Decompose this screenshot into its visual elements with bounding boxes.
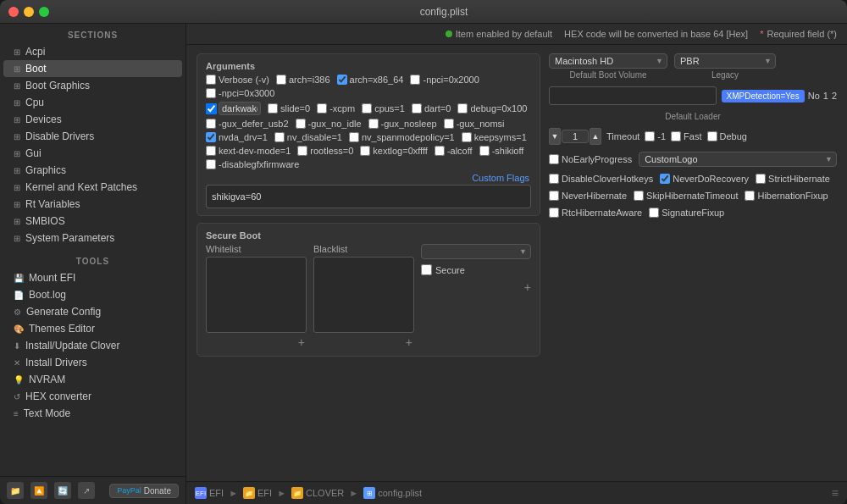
sidebar-item-cpu[interactable]: ⊞ Cpu xyxy=(3,94,182,111)
sidebar-item-disable-drivers[interactable]: ⊞ Disable Drivers xyxy=(3,128,182,145)
minimize-button[interactable] xyxy=(24,7,34,17)
sidebar-item-gui[interactable]: ⊞ Gui xyxy=(3,145,182,162)
tools-header: TOOLS xyxy=(0,250,185,269)
fast-checkbox[interactable] xyxy=(671,131,681,141)
timeout-decrement-btn[interactable]: ▼ xyxy=(549,128,561,145)
sidebar-item-rt-variables[interactable]: ⊞ Rt Variables xyxy=(3,196,182,213)
gux-defer-arg: -gux_defer_usb2 xyxy=(206,119,289,129)
breadcrumb-sep-1: ► xyxy=(229,488,238,498)
slide-checkbox[interactable] xyxy=(268,103,278,114)
custom-flags-input[interactable] xyxy=(206,185,531,208)
plist-icon: ⊞ xyxy=(363,487,375,499)
sidebar-tool-mount-efi[interactable]: 💾 Mount EFI xyxy=(3,269,182,286)
sidebar-tool-generate-config[interactable]: ⚙ Generate Config xyxy=(3,303,182,320)
hibernation-fixup-checkbox[interactable] xyxy=(745,191,755,201)
minus1-checkbox[interactable] xyxy=(645,131,655,141)
skip-hibernate-checkbox[interactable] xyxy=(634,191,644,201)
sidebar-item-acpi[interactable]: ⊞ Acpi xyxy=(3,43,182,60)
sidebar-tool-install-drivers[interactable]: ✕ Install Drivers xyxy=(3,354,182,371)
darkwake-checkbox[interactable] xyxy=(206,103,217,114)
cpus-arg: cpus=1 xyxy=(362,103,405,114)
bottom-icon-1[interactable]: 📁 xyxy=(7,482,24,499)
nvda-drv-checkbox[interactable] xyxy=(206,132,216,142)
nv-disable-checkbox[interactable] xyxy=(274,132,285,142)
never-do-recovery-checkbox[interactable] xyxy=(660,174,670,184)
strict-hibernate-checkbox[interactable] xyxy=(756,174,766,184)
donate-button[interactable]: PayPal Donate xyxy=(109,484,179,498)
npci-2000-arg: -npci=0x2000 xyxy=(410,75,479,85)
npci-3000-checkbox[interactable] xyxy=(206,88,216,98)
sidebar-item-kernel-kext[interactable]: ⊞ Kernel and Kext Patches xyxy=(3,179,182,196)
breadcrumb-path-2: EFI xyxy=(257,488,272,498)
hibernation-fixup-item: HibernationFixup xyxy=(745,191,828,201)
args-row-1: Verbose (-v) arch=i386 arch=x86_64 xyxy=(206,75,531,98)
sidebar-item-smbios[interactable]: ⊞ SMBIOS xyxy=(3,213,182,230)
default-boot-select[interactable]: Macintosh HD xyxy=(549,53,667,69)
debug-ck-checkbox[interactable] xyxy=(707,131,717,141)
keepsyms-checkbox[interactable] xyxy=(462,132,472,142)
sidebar-tool-themes-editor[interactable]: 🎨 Themes Editor xyxy=(3,320,182,337)
never-hibernate-checkbox[interactable] xyxy=(549,191,559,201)
disablegfx-checkbox[interactable] xyxy=(206,159,216,169)
xmp-detection-btn[interactable]: XMPDetection=Yes xyxy=(722,90,805,102)
sidebar-tool-boot-log[interactable]: 📄 Boot.log xyxy=(3,286,182,303)
sidebar-item-graphics[interactable]: ⊞ Graphics xyxy=(3,162,182,179)
sidebar-item-boot[interactable]: ⊞ Boot xyxy=(3,60,182,77)
boot-log-icon: 📄 xyxy=(14,291,24,300)
arch-i386-checkbox[interactable] xyxy=(276,75,286,85)
custom-flags-label[interactable]: Custom Flags xyxy=(206,173,531,183)
shikioff-arg: -shikioff xyxy=(479,146,524,156)
gux-nosleep-checkbox[interactable] xyxy=(368,119,379,129)
timeout-increment-btn[interactable]: ▲ xyxy=(590,128,601,145)
list-icon: ⊞ xyxy=(14,98,20,108)
noearlyp-checkbox[interactable] xyxy=(549,154,559,164)
sidebar-tool-text-mode[interactable]: ≡ Text Mode xyxy=(3,405,182,422)
dart-checkbox[interactable] xyxy=(412,103,422,114)
xcpm-checkbox[interactable] xyxy=(317,103,327,114)
nvmodepolicy-checkbox[interactable] xyxy=(349,132,359,142)
sidebar-tool-hex-converter[interactable]: ↺ HEX converter xyxy=(3,388,182,405)
kextlog-checkbox[interactable] xyxy=(360,146,370,156)
signature-fixup-checkbox[interactable] xyxy=(649,208,659,218)
secure-add-btn[interactable]: + xyxy=(421,280,531,294)
arch-x86-checkbox[interactable] xyxy=(337,75,347,85)
verbose-checkbox[interactable] xyxy=(206,75,216,85)
secure-boot-section: Secure Boot Whitelist + Blacklist xyxy=(197,223,540,357)
breadcrumb-sep-3: ► xyxy=(349,488,358,498)
sidebar-tool-install-clover[interactable]: ⬇ Install/Update Clover xyxy=(3,337,182,354)
arguments-section: Arguments Verbose (-v) arch=i386 xyxy=(197,53,540,216)
rtc-hibernate-checkbox[interactable] xyxy=(549,208,559,218)
alcoff-checkbox[interactable] xyxy=(435,146,445,156)
debug-checkbox[interactable] xyxy=(457,103,468,114)
default-loader-input[interactable] xyxy=(549,86,717,105)
pbr-select[interactable]: PBR xyxy=(674,53,776,69)
whitelist-add-btn[interactable]: + xyxy=(206,335,307,349)
rootless-checkbox[interactable] xyxy=(297,146,307,156)
bottom-icon-3[interactable]: 🔄 xyxy=(54,482,71,499)
bottom-icon-4[interactable]: ↗ xyxy=(78,482,95,499)
blacklist-box[interactable] xyxy=(313,257,414,333)
customlogo-select[interactable]: CustomLogo xyxy=(639,152,837,167)
footer-menu-icon[interactable]: ≡ xyxy=(832,486,839,500)
close-button[interactable] xyxy=(8,7,19,17)
darkwake-input[interactable] xyxy=(219,102,261,115)
gux-no-idle-checkbox[interactable] xyxy=(296,119,306,129)
bottom-icon-2[interactable]: 🔼 xyxy=(30,482,47,499)
gux-nomsi-checkbox[interactable] xyxy=(444,119,454,129)
secure-checkbox[interactable] xyxy=(421,264,432,275)
maximize-button[interactable] xyxy=(39,7,49,17)
sidebar-item-devices[interactable]: ⊞ Devices xyxy=(3,111,182,128)
gux-defer-checkbox[interactable] xyxy=(206,119,216,129)
shikioff-checkbox[interactable] xyxy=(479,146,490,156)
sidebar-item-system-parameters[interactable]: ⊞ System Parameters xyxy=(3,230,182,246)
timeout-value-input[interactable] xyxy=(562,130,589,143)
cpus-checkbox[interactable] xyxy=(362,103,372,114)
npci-2000-checkbox[interactable] xyxy=(410,75,420,85)
blacklist-add-btn[interactable]: + xyxy=(313,335,414,349)
kext-dev-checkbox[interactable] xyxy=(206,146,216,156)
sidebar-tool-nvram[interactable]: 💡 NVRAM xyxy=(3,371,182,388)
disable-clover-hk-checkbox[interactable] xyxy=(549,174,559,184)
whitelist-box[interactable] xyxy=(206,257,307,333)
sidebar-item-boot-graphics[interactable]: ⊞ Boot Graphics xyxy=(3,77,182,94)
secure-select[interactable] xyxy=(421,244,531,259)
